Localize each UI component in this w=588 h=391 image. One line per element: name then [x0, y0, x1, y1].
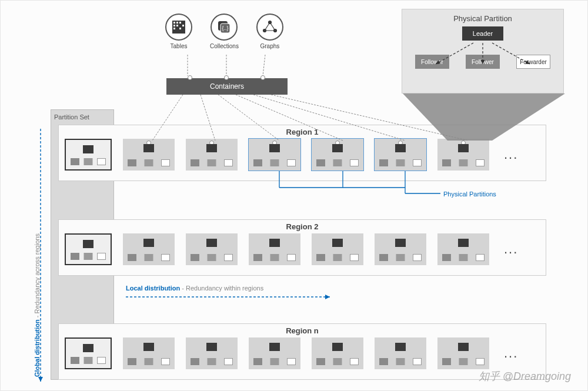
region-n-row: ...	[59, 337, 546, 369]
svg-rect-5	[176, 25, 178, 26]
region-n: Region n ...	[58, 323, 546, 380]
follower-row: Follower Follower Forwarder	[407, 55, 559, 69]
physical-partition-title: Physical Partition	[407, 14, 559, 23]
collections-icon-group: {..} Collections	[210, 14, 239, 49]
physical-partition-box	[312, 337, 363, 369]
svg-text:{..}: {..}	[222, 25, 229, 31]
physical-partition-box-highlighted	[312, 139, 363, 171]
watermark: 知乎 @Dreamgoing	[479, 369, 571, 383]
follower-node: Follower	[466, 55, 500, 69]
partition-set-box	[65, 139, 112, 171]
collections-label: Collections	[210, 43, 239, 49]
svg-point-12	[263, 29, 266, 32]
containers-label: Containers	[210, 82, 244, 91]
leader-node: Leader	[462, 26, 503, 41]
svg-point-13	[268, 21, 271, 24]
graphs-icon-group: Graphs	[256, 14, 283, 49]
physical-partition-box	[375, 233, 426, 265]
svg-rect-8	[182, 25, 184, 26]
ellipsis: ...	[500, 242, 518, 257]
containers-bar: Containers	[166, 78, 288, 95]
global-distribution-label: Global distribution - Redundancy across …	[34, 233, 41, 377]
physical-partition-box	[123, 337, 175, 369]
svg-line-17	[263, 55, 265, 76]
region-n-title: Region n	[59, 324, 546, 337]
ellipsis: ...	[500, 346, 518, 361]
physical-partition-box	[123, 233, 175, 265]
graphs-label: Graphs	[260, 43, 280, 49]
tables-icon	[165, 14, 192, 41]
diagram-canvas: Tables {..} Collections Graphs Container…	[0, 0, 588, 391]
physical-partition-box	[312, 233, 363, 265]
connector-dot	[260, 75, 265, 80]
follower-node: Follower	[415, 55, 449, 69]
region-1-title: Region 1	[59, 125, 546, 139]
physical-partition-box	[186, 337, 238, 369]
region-2: Region 2 ...	[58, 219, 546, 276]
top-icons-row: Tables {..} Collections Graphs	[165, 14, 283, 49]
partition-set-box	[65, 337, 112, 369]
region-1: Region 1 ...	[58, 125, 546, 181]
local-bold: Local distribution	[126, 285, 180, 292]
physical-partition-box	[375, 337, 426, 369]
svg-point-14	[273, 29, 276, 32]
local-distribution-label: Local distribution - Redundancy within r…	[126, 285, 263, 292]
global-rest: - Redundancy across regions	[34, 233, 41, 319]
physical-partition-box	[186, 139, 238, 171]
global-bold: Global distribution	[34, 319, 41, 377]
partition-set-label: Partition Set	[54, 113, 89, 121]
physical-partition-box	[437, 337, 489, 369]
physical-partition-box	[123, 139, 175, 171]
region-2-row: ...	[59, 233, 546, 265]
physical-partitions-label: Physical Partitions	[443, 191, 496, 198]
forwarder-node: Forwarder	[516, 55, 550, 69]
svg-rect-2	[176, 22, 178, 24]
connector-dot	[188, 75, 192, 80]
region-2-title: Region 2	[59, 220, 546, 233]
physical-partition-box	[249, 233, 300, 265]
tables-label: Tables	[171, 43, 188, 49]
svg-rect-3	[179, 22, 181, 24]
connector-dot	[224, 75, 229, 80]
physical-partition-detail: Physical Partition Leader Follower Follo…	[402, 9, 564, 93]
physical-partition-box-highlighted	[375, 139, 426, 171]
physical-partition-box	[437, 139, 489, 171]
physical-partition-box	[437, 233, 489, 265]
ellipsis: ...	[500, 147, 518, 162]
graphs-icon	[256, 14, 283, 41]
partition-set-box	[65, 233, 112, 265]
svg-rect-1	[173, 22, 175, 24]
svg-rect-7	[173, 28, 175, 29]
svg-rect-4	[173, 25, 175, 26]
svg-rect-6	[179, 28, 181, 29]
physical-partition-box-highlighted	[249, 139, 300, 171]
physical-partition-box	[249, 337, 300, 369]
collections-icon: {..}	[211, 14, 238, 41]
region-1-row: ...	[59, 139, 546, 171]
physical-partition-box	[186, 233, 238, 265]
local-rest: - Redundancy within regions	[180, 285, 263, 292]
tables-icon-group: Tables	[165, 14, 192, 49]
